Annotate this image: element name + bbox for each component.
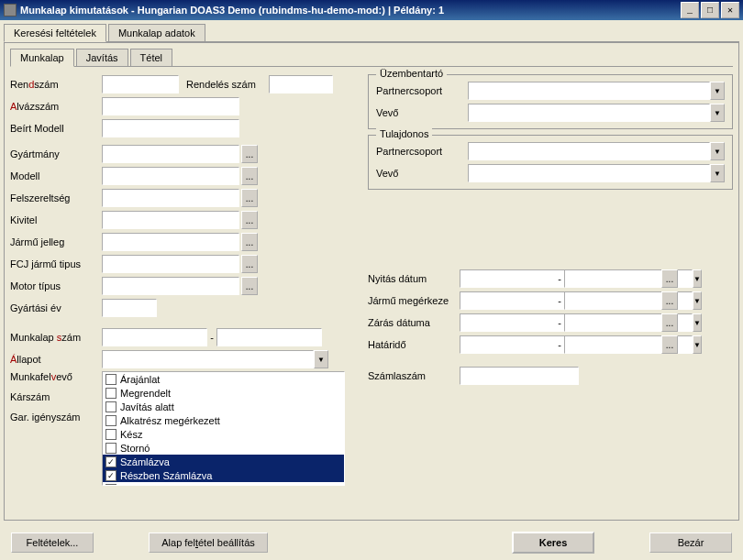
combo-allapot-dropdown[interactable]: ▼ xyxy=(314,350,328,368)
combo-tu-partnercsoport-dd[interactable]: ▼ xyxy=(710,142,725,160)
label-jarmu-megerkeze: Jármű megérkeze xyxy=(368,295,460,306)
lookup-zaras[interactable]: ... xyxy=(661,313,678,332)
list-item[interactable]: Stornó xyxy=(103,441,344,455)
checkbox-icon[interactable] xyxy=(105,388,116,399)
label-fcj: FCJ jármű tipus xyxy=(10,258,102,269)
label-karszam: Kárszám xyxy=(10,391,102,412)
label-munkalap-szam: Munkalap szám xyxy=(10,332,102,343)
inner-tabs: Munkalap Javítás Tétel xyxy=(10,49,733,67)
list-item[interactable]: Javítás alatt xyxy=(103,400,344,413)
tab-javitas[interactable]: Javítás xyxy=(76,49,128,66)
list-item[interactable]: Kész xyxy=(103,427,344,441)
list-item-label: Bizonylat nélkül lezárva xyxy=(120,484,226,487)
list-item[interactable]: Megrendelt xyxy=(103,386,344,400)
tab-keresesi-feltetelek[interactable]: Keresési feltételek xyxy=(4,24,106,42)
lookup-kivitel[interactable]: ... xyxy=(241,211,258,229)
checkbox-icon[interactable] xyxy=(105,484,116,487)
input-szamlaszam[interactable] xyxy=(460,367,579,385)
input-munkalap-szam-from[interactable] xyxy=(102,328,207,346)
checkbox-icon[interactable] xyxy=(105,374,116,385)
list-item[interactable]: ✓Számlázva xyxy=(103,455,344,468)
label-gyartmany: Gyártmány xyxy=(10,148,102,159)
list-item[interactable]: Árajánlat xyxy=(103,372,344,386)
checkbox-icon[interactable] xyxy=(105,429,116,440)
tab-tetel[interactable]: Tétel xyxy=(130,49,172,66)
date-nyitas-to-dd[interactable]: ▼ xyxy=(693,269,702,288)
lookup-hatarido[interactable]: ... xyxy=(661,335,678,354)
list-item-label: Javítás alatt xyxy=(120,401,174,412)
minimize-button[interactable]: _ xyxy=(681,2,699,18)
legend-tulajdonos: Tulajdonos xyxy=(376,128,432,139)
outer-tabs: Keresési feltételek Munkalap adatok xyxy=(4,24,739,42)
label-modell: Modell xyxy=(10,170,102,181)
input-kivitel[interactable] xyxy=(102,211,239,229)
list-item-label: Stornó xyxy=(120,443,150,454)
label-munkafelvevo: Munkafelvevő xyxy=(10,371,102,391)
date-jm-to-dd[interactable]: ▼ xyxy=(693,291,702,310)
list-item-label: Alkatrész megérkezett xyxy=(120,415,220,426)
label-rendeles-szam: Rendelés szám xyxy=(186,79,269,90)
allapot-listbox[interactable]: ÁrajánlatMegrendeltJavítás alattAlkatrés… xyxy=(102,371,345,486)
combo-uz-partnercsoport[interactable] xyxy=(468,82,710,100)
close-button[interactable]: ✕ xyxy=(721,2,739,18)
lookup-modell[interactable]: ... xyxy=(241,167,258,185)
button-feltetelek[interactable]: Feltételek... xyxy=(11,533,94,553)
button-keres[interactable]: Keres xyxy=(512,532,594,554)
combo-allapot[interactable] xyxy=(102,350,314,368)
checkbox-icon[interactable] xyxy=(105,443,116,454)
button-bezar[interactable]: Bezár xyxy=(649,533,732,553)
list-item-label: Kész xyxy=(120,429,142,440)
input-munkalap-szam-to[interactable] xyxy=(216,328,322,346)
input-gyartasi-ev[interactable] xyxy=(102,299,157,317)
footer: Feltételek... Alap feltétel beállítás Ke… xyxy=(0,524,743,560)
label-szamlaszam: Számlaszám xyxy=(368,370,460,381)
input-beirt-modell[interactable] xyxy=(102,119,239,137)
input-motor[interactable] xyxy=(102,277,239,295)
combo-tu-vevo[interactable] xyxy=(468,164,710,182)
combo-uz-partnercsoport-dd[interactable]: ▼ xyxy=(710,82,725,100)
maximize-button[interactable]: □ xyxy=(701,2,719,18)
label-gyartasi-ev: Gyártási év xyxy=(10,302,102,313)
input-felszereltseg[interactable] xyxy=(102,189,239,207)
label-felszereltseg: Felszereltség xyxy=(10,192,102,203)
lookup-jm[interactable]: ... xyxy=(661,291,678,310)
input-fcj[interactable] xyxy=(102,255,239,273)
lookup-felszereltseg[interactable]: ... xyxy=(241,189,258,207)
checkbox-icon[interactable]: ✓ xyxy=(105,470,116,481)
tab-munkalap-adatok[interactable]: Munkalap adatok xyxy=(108,24,205,41)
checkbox-icon[interactable] xyxy=(105,415,116,426)
tab-munkalap[interactable]: Munkalap xyxy=(10,49,74,67)
lookup-nyitas[interactable]: ... xyxy=(661,269,678,288)
list-item[interactable]: Alkatrész megérkezett xyxy=(103,413,344,427)
combo-tu-vevo-dd[interactable]: ▼ xyxy=(710,164,725,182)
label-alvazszam: Alvázszám xyxy=(10,101,102,112)
input-alvazszam[interactable] xyxy=(102,97,239,115)
input-gyartmany[interactable] xyxy=(102,145,239,163)
list-item-label: Számlázva xyxy=(120,456,170,467)
list-item[interactable]: Bizonylat nélkül lezárva xyxy=(103,482,344,486)
input-rendeles-szam[interactable] xyxy=(269,75,333,93)
label-gar-igenyszam: Gar. igényszám xyxy=(10,412,102,432)
app-icon xyxy=(4,4,17,16)
list-item[interactable]: ✓Részben Számlázva xyxy=(103,468,344,482)
combo-uz-vevo[interactable] xyxy=(468,104,710,122)
lookup-gyartmany[interactable]: ... xyxy=(241,145,258,163)
date-zaras-to-dd[interactable]: ▼ xyxy=(693,313,702,332)
label-vevo-2: Vevő xyxy=(376,168,468,179)
date-hatarido-to-dd[interactable]: ▼ xyxy=(693,335,702,354)
combo-tu-partnercsoport[interactable] xyxy=(468,142,710,160)
checkbox-icon[interactable] xyxy=(105,401,116,412)
input-modell[interactable] xyxy=(102,167,239,185)
page-content: Munkalap Javítás Tétel Rendszám Rendelés… xyxy=(4,42,739,521)
label-rendszam: Rendszám xyxy=(10,79,102,90)
lookup-motor[interactable]: ... xyxy=(241,277,258,295)
checkbox-icon[interactable]: ✓ xyxy=(105,456,116,467)
lookup-fcj[interactable]: ... xyxy=(241,255,258,273)
label-nyitas: Nyitás dátum xyxy=(368,273,460,284)
input-jarmu-jelleg[interactable] xyxy=(102,233,239,251)
lookup-jarmu-jelleg[interactable]: ... xyxy=(241,233,258,251)
label-allapot: Állapot xyxy=(10,354,102,365)
combo-uz-vevo-dd[interactable]: ▼ xyxy=(710,104,725,122)
button-alap-feltetel[interactable]: Alap feltétel beállítás xyxy=(149,533,268,553)
input-rendszam[interactable] xyxy=(102,75,179,93)
